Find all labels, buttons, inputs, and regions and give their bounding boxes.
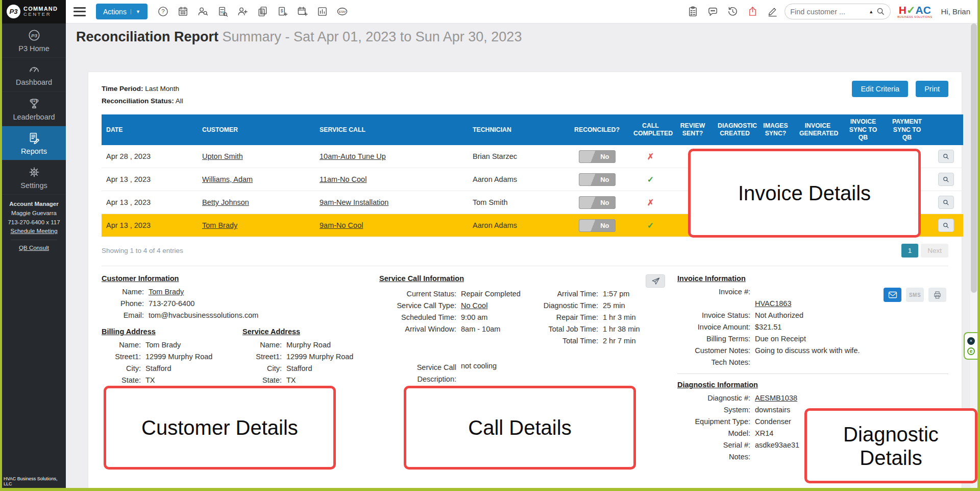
reconciled-toggle[interactable]: No	[579, 150, 616, 163]
col-date[interactable]: DATE	[102, 114, 198, 145]
help-icon[interactable]: ?	[156, 4, 171, 19]
scrollbar-thumb[interactable]	[971, 24, 977, 293]
email-invoice-icon[interactable]	[884, 288, 901, 302]
customer-name-link[interactable]: Tom Brady	[149, 288, 184, 296]
col-technician[interactable]: TECHNICIAN	[468, 114, 565, 145]
svg-text:$: $	[281, 8, 283, 13]
invoice-details-annotation: Invoice Details	[688, 149, 921, 238]
row-detail-magnifier-button[interactable]	[938, 173, 954, 186]
customer-link[interactable]: Betty Johnson	[202, 198, 249, 206]
reconciled-toggle[interactable]: No	[579, 196, 616, 209]
sms-invoice-icon[interactable]: SMS	[906, 288, 924, 302]
search-input[interactable]	[790, 8, 866, 16]
description-label: Service CallDescription:	[379, 362, 461, 385]
row-detail-magnifier-button[interactable]	[938, 196, 954, 209]
col-customer[interactable]: CUSTOMER	[198, 114, 315, 145]
invoice-status: Not Authorized	[755, 311, 948, 319]
user-greeting: Hi, Brian	[941, 7, 970, 16]
create-invoice-icon[interactable]: $	[275, 4, 290, 19]
col-invoice-generated[interactable]: INVOICE GENERATED	[795, 114, 841, 145]
customer-phone: 713-270-6400	[149, 299, 367, 308]
sort-triangle-icon[interactable]: ▲	[869, 9, 873, 14]
sidebar-item-reports[interactable]: Reports	[2, 126, 66, 160]
add-customer-icon[interactable]	[235, 4, 251, 19]
service-call-link[interactable]: 11am-No Cool	[320, 175, 366, 183]
edit-criteria-button[interactable]: Edit Criteria	[852, 81, 908, 97]
col-call-completed[interactable]: CALL COMPLETED	[629, 114, 672, 145]
customer-search-icon[interactable]	[195, 4, 211, 19]
calendar-icon[interactable]	[176, 4, 191, 19]
status-filter: Reconciliation Status: All	[102, 95, 948, 107]
col-images-sync[interactable]: IMAGES SYNC?	[756, 114, 795, 145]
col-invoice-sync-qb[interactable]: INVOICE SYNC TO QB	[841, 114, 886, 145]
settings-gear-icon	[28, 166, 41, 179]
account-manager-title: Account Manager	[4, 200, 64, 209]
col-reconciled[interactable]: RECONCILED?	[565, 114, 629, 145]
page-1-button[interactable]: 1	[901, 244, 919, 258]
print-invoice-icon[interactable]	[928, 288, 946, 302]
chevron-down-icon: ▼	[131, 9, 140, 14]
diagnostic-number-link[interactable]: AESMB1038	[755, 394, 797, 402]
service-call-type-link[interactable]: No Cool	[461, 301, 487, 310]
qb-consult-link[interactable]: QB Consult	[19, 244, 49, 253]
col-service-call[interactable]: SERVICE CALL	[315, 114, 468, 145]
p3-home-icon: P3	[28, 29, 41, 42]
widget-close-icon[interactable]: ×	[967, 337, 975, 345]
service-call-link[interactable]: 10am-Auto Tune Up	[320, 152, 386, 160]
sidebar-item-settings[interactable]: Settings	[2, 160, 66, 195]
svg-text:sq: sq	[220, 10, 225, 14]
entries-summary: Showing 1 to 4 of 4 entries	[102, 247, 183, 254]
chat-icon[interactable]	[705, 4, 720, 19]
brand-check-icon: ✓	[906, 4, 916, 16]
col-diagnostic-created[interactable]: DIAGNOSTIC CREATED	[713, 114, 756, 145]
section-divider	[677, 373, 948, 374]
service-call-link[interactable]: 9am-No Cool	[320, 221, 363, 229]
service-call-link[interactable]: 9am-New Installation	[320, 198, 388, 206]
add-appointment-icon[interactable]	[295, 4, 310, 19]
pagination: 1 Next	[901, 244, 948, 258]
sidebar-item-p3-home[interactable]: P3 P3 Home	[2, 24, 66, 58]
menu-icon[interactable]	[74, 7, 86, 16]
leaderboard-trophy-icon: ★	[28, 97, 41, 110]
reconciled-toggle[interactable]: No	[579, 219, 616, 232]
report-subtitle: Summary - Sat Apr 01, 2023 to Sun Apr 30…	[223, 29, 522, 44]
send-icon[interactable]	[646, 274, 665, 288]
edit-icon[interactable]	[765, 4, 780, 19]
history-icon[interactable]	[725, 4, 740, 19]
export-icon[interactable]	[745, 4, 760, 19]
checklist-icon[interactable]	[685, 4, 700, 19]
reports-document-icon	[28, 131, 41, 145]
row-detail-magnifier-button[interactable]	[938, 219, 954, 232]
customer-link[interactable]: Tom Brady	[202, 221, 237, 229]
page-title: Reconciliation Report Summary - Sat Apr …	[76, 29, 522, 45]
p3-logo-icon: P3	[7, 5, 20, 18]
service-call-info-heading: Service Call Information	[379, 274, 464, 283]
sidebar-item-dashboard[interactable]: Dashboard	[2, 58, 66, 92]
sidebar-item-leaderboard[interactable]: ★ Leaderboard	[2, 92, 66, 126]
customer-link[interactable]: Williams, Adam	[202, 175, 253, 183]
reconciled-toggle[interactable]: No	[579, 173, 616, 186]
esm-icon[interactable]: ESM	[335, 4, 350, 19]
next-page-button[interactable]: Next	[921, 244, 948, 258]
customer-link[interactable]: Upton Smith	[202, 152, 243, 160]
invoice-number-link[interactable]: HVAC1863	[755, 299, 791, 308]
account-manager-phone: 713-270-6400 x 117	[4, 218, 64, 227]
schedule-meeting-link[interactable]: Schedule Meeting	[10, 227, 57, 236]
service-call-search-icon[interactable]: sq	[215, 4, 231, 19]
command-center-logo[interactable]: P3 COMMAND CENTER	[2, 0, 66, 24]
widget-e-icon[interactable]: e	[967, 347, 975, 355]
sidebar: P3 P3 Home Dashboard ★ Leaderboard Repor…	[2, 24, 66, 488]
col-payment-sync-qb[interactable]: PAYMENT SYNC TO QB	[886, 114, 928, 145]
copy-documents-icon[interactable]	[255, 4, 271, 19]
hvac-brand-logo[interactable]: H✓AC BUSINESS SOLUTIONS	[897, 5, 932, 19]
bar-chart-icon[interactable]	[315, 4, 330, 19]
table-header-row: DATE CUSTOMER SERVICE CALL TECHNICIAN RE…	[102, 114, 963, 145]
search-icon[interactable]	[876, 7, 885, 16]
row-detail-magnifier-button[interactable]	[938, 150, 954, 163]
col-review-sent[interactable]: REVIEW SENT?	[672, 114, 713, 145]
actions-button[interactable]: Actions ▼	[96, 4, 148, 19]
col-actions	[928, 114, 963, 145]
print-button[interactable]: Print	[916, 81, 948, 97]
account-manager-block: Account Manager Maggie Guevarra 713-270-…	[2, 195, 66, 256]
chat-widget: × e	[964, 332, 977, 360]
